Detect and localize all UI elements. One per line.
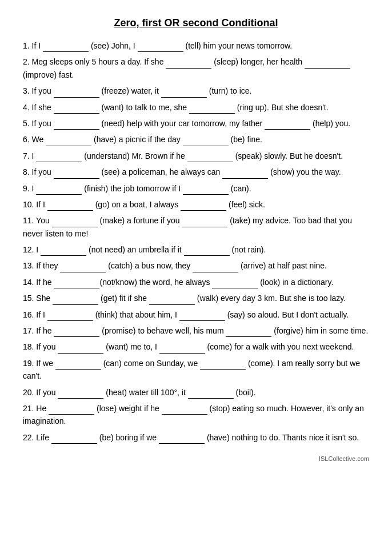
blank bbox=[53, 296, 98, 305]
blank bbox=[188, 390, 234, 399]
exercise-item-4: 4. If she (want) to talk to me, she (rin… bbox=[23, 101, 369, 114]
exercise-item-11: 11. You (make) a fortune if you (take) m… bbox=[23, 214, 369, 240]
blank bbox=[193, 263, 238, 272]
exercise-item-18: 18. If you (want) me to, I (come) for a … bbox=[23, 340, 369, 353]
exercise-item-15: 15. She (get) fit if she (walk) every da… bbox=[23, 292, 369, 304]
exercise-item-2: 2. Meg sleeps only 5 hours a day. If she… bbox=[23, 55, 369, 81]
blank bbox=[52, 218, 98, 227]
blank bbox=[222, 170, 268, 179]
exercise-item-9: 9. I (finish) the job tomorrow if I (can… bbox=[23, 182, 369, 195]
exercise-item-22: 22. Life (be) boring if we (have) nothin… bbox=[23, 431, 369, 444]
blank bbox=[60, 263, 106, 272]
blank bbox=[54, 279, 99, 288]
exercise-item-16: 16. If I (think) that about him, I (say)… bbox=[23, 308, 369, 321]
exercise-item-6: 6. We (have) a picnic if the day (be) fi… bbox=[23, 133, 369, 146]
blank bbox=[162, 406, 207, 415]
blank bbox=[200, 360, 246, 370]
footer-text: ISLCollective.com bbox=[23, 455, 369, 462]
blank bbox=[54, 170, 99, 179]
blank bbox=[161, 89, 207, 98]
blank bbox=[47, 312, 93, 321]
exercise-item-8: 8. If you (see) a policeman, he always c… bbox=[23, 166, 369, 178]
blank bbox=[182, 218, 227, 227]
exercise-item-5: 5. If you (need) help with your car tomo… bbox=[23, 117, 369, 130]
blank bbox=[183, 186, 229, 195]
blank bbox=[51, 435, 97, 444]
exercise-item-14: 14. If he (not/know) the word, he always… bbox=[23, 276, 369, 288]
blank bbox=[305, 59, 350, 69]
blank bbox=[184, 247, 230, 256]
blank bbox=[58, 344, 103, 354]
exercise-item-20: 20. If you (heat) water till 100°, it (b… bbox=[23, 386, 369, 399]
blank bbox=[265, 121, 310, 130]
blank bbox=[55, 360, 101, 370]
blank bbox=[54, 121, 99, 130]
blank bbox=[43, 43, 89, 52]
blank bbox=[41, 247, 86, 256]
blank bbox=[49, 406, 94, 415]
exercise-item-1: 1. If I (see) John, I (tell) him your ne… bbox=[23, 39, 369, 52]
blank bbox=[212, 279, 258, 288]
blank bbox=[54, 105, 99, 114]
blank bbox=[54, 328, 99, 337]
exercise-item-17: 17. If he (promise) to behave well, his … bbox=[23, 324, 369, 337]
exercise-item-10: 10. If I (go) on a boat, I always (feel)… bbox=[23, 198, 369, 211]
blank bbox=[36, 153, 82, 162]
blank bbox=[183, 137, 229, 146]
blank bbox=[189, 105, 235, 114]
blank bbox=[54, 89, 99, 98]
exercise-item-7: 7. I (understand) Mr. Brown if he (speak… bbox=[23, 150, 369, 162]
blank bbox=[159, 344, 205, 354]
exercise-item-12: 12. I (not need) an umbrella if it (not … bbox=[23, 243, 369, 256]
exercise-item-3: 3. If you (freeze) water, it (turn) to i… bbox=[23, 85, 369, 97]
blank bbox=[58, 390, 103, 399]
exercise-item-21: 21. He (lose) weight if he (stop) eating… bbox=[23, 402, 369, 428]
blank bbox=[181, 202, 226, 211]
exercise-item-19: 19. If we (can) come on Sunday, we (come… bbox=[23, 357, 369, 383]
exercise-item-13: 13. If they (catch) a bus now, they (arr… bbox=[23, 259, 369, 272]
blank bbox=[187, 153, 233, 162]
blank bbox=[138, 43, 183, 52]
blank bbox=[36, 186, 82, 195]
exercise-list: 1. If I (see) John, I (tell) him your ne… bbox=[23, 39, 369, 444]
blank bbox=[159, 435, 205, 444]
blank bbox=[47, 202, 93, 211]
blank bbox=[226, 328, 271, 337]
blank bbox=[166, 59, 211, 69]
blank bbox=[149, 296, 195, 305]
blank bbox=[179, 312, 225, 321]
blank bbox=[46, 137, 91, 146]
page-title: Zero, first OR second Conditional bbox=[23, 17, 369, 29]
